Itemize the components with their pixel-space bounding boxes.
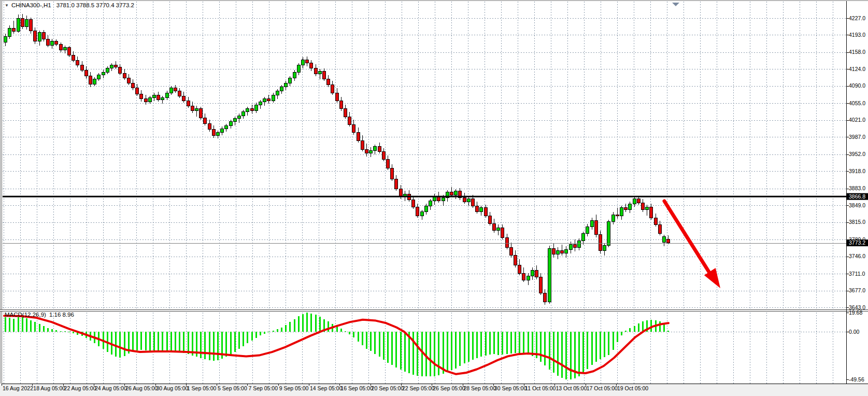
candle-body [352, 124, 355, 132]
macd-bar [480, 332, 482, 357]
macd-bar [328, 321, 329, 332]
macd-bar [417, 332, 418, 376]
macd-bar [561, 332, 563, 378]
macd-bar [162, 332, 163, 352]
macd-bar [510, 332, 512, 353]
candle-body [361, 140, 364, 149]
macd-bar [289, 322, 291, 332]
candle-body [667, 239, 670, 243]
time-axis-label: 5 Sep 05:00 [218, 385, 247, 391]
candle-body [72, 55, 75, 61]
macd-bar [124, 332, 125, 356]
candle-body [60, 45, 63, 50]
macd-bar [188, 332, 189, 354]
macd-bar [358, 332, 359, 342]
macd-bar [557, 332, 559, 376]
macd-bar [370, 332, 372, 351]
macd-bar [260, 332, 261, 335]
candle-body [68, 47, 71, 55]
candle-body [369, 150, 373, 153]
macd-bar [587, 332, 588, 369]
macd-bar [119, 332, 121, 358]
macd-bar [544, 332, 546, 365]
candle-body [149, 98, 152, 102]
candle-body [531, 270, 534, 276]
price-axis-label: 3883.0 [849, 185, 865, 191]
macd-bar [383, 332, 385, 360]
window-left-edge [0, 0, 1, 384]
macd-bar [273, 331, 274, 332]
time-axis[interactable]: 16 Aug 202218 Aug 05:0022 Aug 05:0024 Au… [2, 384, 649, 391]
macd-bar [613, 332, 614, 350]
macd-bar [591, 332, 593, 365]
candle-body [382, 151, 386, 159]
macd-bar [255, 332, 257, 338]
macd-bar [217, 332, 219, 360]
macd-bar [421, 332, 423, 376]
candle-body [195, 109, 198, 111]
candle-body [297, 65, 301, 72]
candle-body [289, 78, 292, 83]
candle-body [480, 208, 483, 212]
macd-bar [565, 332, 567, 379]
macd-bar [166, 332, 168, 352]
time-axis-label: 24 Aug 05:00 [95, 385, 127, 391]
chart-header: ▼CHINA300-,H13781.0 3788.5 3770.4 3773.2 [5, 2, 134, 8]
candle-body [603, 246, 606, 251]
candle-body [42, 33, 46, 39]
last-price-tag-text: 3773.2 [849, 239, 865, 246]
candle-body [119, 67, 122, 73]
chevron-down-icon[interactable]: ▼ [5, 3, 9, 8]
candle-body [97, 75, 101, 79]
macd-bar [170, 332, 172, 352]
candle-body [102, 72, 105, 75]
macd-bar [549, 332, 550, 370]
candle-body [178, 91, 181, 96]
candle-body [272, 95, 275, 101]
macd-bar [540, 332, 542, 362]
macd-bar [140, 332, 142, 350]
candle-body [306, 60, 309, 63]
macd-bar [412, 332, 414, 375]
time-axis-label: 11 Oct 05:00 [525, 385, 556, 391]
macd-bar [315, 315, 317, 332]
macd-bar [430, 332, 431, 376]
candle-body [412, 200, 415, 207]
candle-body [127, 78, 131, 83]
macd-bar [204, 332, 206, 359]
candle-body [663, 236, 666, 242]
candle-body [357, 133, 360, 140]
time-axis-label: 13 Oct 05:00 [556, 385, 587, 391]
candle-body [501, 228, 504, 237]
candle-body [251, 109, 254, 111]
macd-bar [60, 331, 62, 332]
macd-bar [247, 332, 248, 343]
macd-bar [51, 329, 53, 332]
macd-bar [447, 332, 448, 372]
macd-bar [200, 332, 202, 358]
bid-price-line [3, 196, 846, 197]
price-axis-label: 4055.0 [849, 100, 865, 106]
candle-body [595, 221, 598, 235]
candle-body [599, 235, 602, 251]
candle-body [514, 256, 517, 265]
macd-bar [153, 332, 155, 351]
candle-body [93, 79, 96, 84]
chart-canvas[interactable]: 4227.04193.04158.04124.04090.04055.04021… [0, 0, 868, 396]
macd-bar [362, 332, 363, 345]
price-axis-label: 4021.0 [849, 117, 865, 123]
panel-separator[interactable] [0, 309, 868, 310]
macd-bar [183, 332, 184, 353]
candle-body [4, 36, 7, 42]
candle-body [582, 234, 585, 241]
candle-body [140, 94, 143, 99]
candle-body [612, 215, 615, 221]
panel-separator[interactable] [0, 311, 868, 312]
macd-bar [68, 332, 70, 332]
macd-bar [132, 332, 134, 351]
candle-body [157, 95, 160, 100]
macd-axis-label: -49.56 [849, 376, 864, 383]
candle-body [21, 19, 24, 26]
candle-body [106, 68, 109, 73]
price-axis-label: 3987.0 [849, 134, 865, 140]
